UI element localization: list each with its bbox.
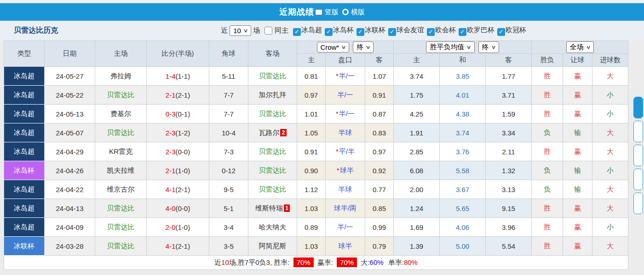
bookmaker-select[interactable]: Crow* ∨ [317, 42, 350, 53]
result-handicap: 输 [563, 123, 592, 142]
side-tab-button-active[interactable] [633, 97, 643, 118]
side-tab-button[interactable] [633, 193, 643, 214]
handicap-value: 半/一 [337, 223, 353, 231]
bookmaker-state-select[interactable]: 终 ∨ [353, 41, 374, 53]
avg-win-odds: 1.39 [394, 237, 440, 256]
result-goals: 大 [592, 237, 628, 256]
league-checkbox[interactable]: ✓ [497, 28, 505, 36]
result-win-loss: 胜 [532, 237, 563, 256]
league-checkbox-label[interactable]: 冰岛超 [301, 26, 322, 34]
away-team: 阿简尼斯 [248, 237, 297, 256]
avg-draw-odds: 4.06 [440, 218, 486, 237]
fulltime-score: 2-3 [166, 148, 176, 156]
avg-win-odds: 1.75 [394, 86, 440, 105]
handicap-value: 半球 [339, 129, 352, 136]
corner-score: 5-11 [209, 67, 248, 86]
result-win-loss: 负 [532, 180, 563, 199]
big-rate: 60% [370, 258, 384, 266]
result-win-loss: 胜 [532, 67, 563, 86]
table-row: 冰岛杯24-04-26凯夫拉维2-1(1-0)0-12贝雷达比0.90*球半0.… [4, 161, 628, 180]
league-type-badge: 冰岛超 [4, 142, 45, 161]
handicap-home-odds: 1.03 [297, 199, 326, 218]
league-checkbox[interactable]: ✓ [459, 28, 466, 36]
fulltime-score: 1-4 [166, 72, 176, 80]
result-win-loss: 负 [532, 123, 563, 142]
same-home-checkbox[interactable] [264, 27, 272, 35]
handicap-away-odds: 1.07 [365, 67, 394, 86]
table-row: 冰岛超24-04-13贝雷达比4-0(0-0)5-1维斯特瑞11.03球半/两0… [4, 199, 628, 218]
match-date: 24-04-09 [45, 218, 95, 237]
handicap-home-odds: 1.01 [297, 105, 326, 123]
star-marker: * [336, 147, 339, 155]
away-team-name: 贝雷达比 [259, 147, 287, 155]
table-row: 冰岛超24-04-22维京古尔4-1(2-1)9-5贝雷达比1.12半球0.77… [4, 180, 628, 199]
result-handicap: 赢 [563, 237, 592, 256]
league-checkbox-label[interactable]: 冰联杯 [365, 26, 385, 34]
away-team: 贝雷达比 [248, 67, 297, 86]
league-checkbox[interactable]: ✓ [325, 28, 333, 36]
league-checkbox[interactable]: ✓ [388, 28, 396, 36]
handicap-value: 球半 [339, 242, 352, 250]
handicap-line: 半球 [326, 123, 365, 142]
avg-draw-odds: 3.76 [440, 142, 486, 161]
home-team: 维京古尔 [95, 180, 147, 199]
league-checkbox-label[interactable]: 欧会杯 [435, 26, 456, 34]
league-type-badge: 冰岛超 [4, 199, 45, 218]
result-handicap: 赢 [563, 199, 592, 218]
subcol-avg-loss: 客 [486, 54, 532, 67]
radio-vertical-layout[interactable] [315, 9, 322, 15]
league-type-badge: 冰岛超 [4, 218, 45, 237]
halftime-score: (0-0) [176, 205, 190, 212]
stats-summary: 近10场,胜7平0负3, 胜率: 70% 赢率: 70% 大:60% 单率:80… [4, 256, 628, 270]
league-checkbox[interactable]: ✓ [356, 28, 364, 36]
league-checkbox-label[interactable]: 欧罗巴杯 [467, 26, 494, 34]
halftime-score: (2-1) [176, 91, 190, 99]
page-title: 近期战绩 [279, 6, 314, 18]
subcol-handicap-line: 盘口 [326, 54, 365, 67]
league-checkbox-label[interactable]: 欧冠杯 [506, 26, 526, 34]
avg-loss-odds: 1.77 [486, 67, 532, 86]
handicap-value: 半/一 [337, 91, 353, 99]
single-rate: 80% [404, 258, 418, 266]
radio-horizontal-label[interactable]: 横版 [351, 8, 365, 17]
avg-loss-odds: 3.34 [486, 123, 532, 142]
radio-vertical-label[interactable]: 竖版 [325, 8, 339, 17]
match-date: 24-05-22 [45, 86, 95, 105]
side-tab-button[interactable] [633, 169, 643, 190]
league-checkbox-label[interactable]: 冰岛杯 [333, 26, 354, 34]
near-label: 近 [221, 26, 228, 35]
avg-loss-odds: 1.32 [486, 161, 532, 180]
handicap-home-odds: 0.81 [297, 67, 326, 86]
avg-state-select[interactable]: 终 ∨ [478, 41, 499, 53]
league-checkbox[interactable]: ✓ [293, 28, 301, 36]
away-team-name: 贝雷达比 [259, 185, 287, 193]
away-team-name: 维斯特瑞 [255, 204, 283, 212]
handicap-away-odds: 0.91 [365, 86, 394, 105]
same-home-label[interactable]: 同主 [275, 26, 288, 35]
match-count-select[interactable]: 10 ∨ [230, 25, 251, 36]
avg-loss-odds: 2.11 [486, 142, 532, 161]
avg-odds-select[interactable]: 胜平负均值 ∨ [426, 41, 474, 53]
corner-score: 0-12 [209, 161, 248, 180]
col-away: 客场 [248, 41, 297, 67]
result-goals: 大 [592, 67, 628, 86]
match-date: 24-03-28 [45, 237, 95, 256]
handicap-value: 平/半 [339, 147, 355, 155]
side-tab-button[interactable] [633, 145, 643, 166]
side-tab-button[interactable] [633, 121, 643, 142]
match-score: 2-0(1-0) [147, 218, 209, 237]
match-score: 2-1(2-1) [147, 86, 209, 105]
corner-score: 3-4 [209, 218, 248, 237]
avg-win-odds: 2.00 [394, 180, 440, 199]
handicap-home-odds: 1.12 [297, 180, 326, 199]
corner-score: 7-3 [209, 142, 248, 161]
handicap-value: 半球 [339, 185, 352, 193]
league-checkbox[interactable]: ✓ [427, 28, 435, 36]
result-goals: 大 [592, 199, 628, 218]
league-checkbox-label[interactable]: 球会友谊 [397, 26, 424, 34]
fulltime-score: 2-3 [166, 129, 176, 137]
radio-horizontal-layout[interactable] [342, 9, 349, 15]
fulltime-score: 4-1 [166, 186, 176, 193]
avg-win-odds: 2.85 [394, 142, 440, 161]
scope-select[interactable]: 全场 ∨ [566, 41, 594, 53]
